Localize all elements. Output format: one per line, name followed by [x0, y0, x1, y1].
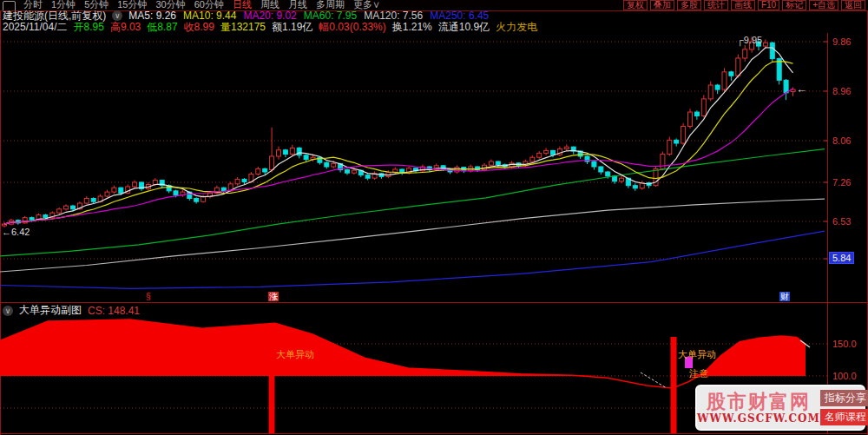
collapse-chevron-icon[interactable]: ∨	[3, 306, 13, 316]
ohlc-item: 收8.99	[184, 20, 214, 35]
sub-panel-title[interactable]: 大单异动副图	[19, 303, 82, 318]
toolbar-button-统计[interactable]: 统计	[704, 0, 728, 10]
toolbar-button-标记[interactable]: 标记	[782, 0, 806, 10]
watermark-url: WWW.GSCFW.COM	[697, 413, 820, 424]
sub-panel-header: ∨ 大单异动副图 CS: 148.41	[3, 305, 140, 316]
toolbar-button-F10[interactable]: F10	[758, 0, 779, 10]
indicator-axis-label: 150.0	[832, 339, 857, 349]
toolbar-button-复权[interactable]: 复权	[623, 0, 648, 10]
price-axis-label: 8.96	[832, 86, 851, 96]
price-axis-label: 8.06	[832, 135, 851, 146]
chart-canvas	[0, 0, 868, 435]
ohlc-item: 额1.19亿	[272, 20, 312, 35]
signal-label: 注意	[689, 367, 708, 380]
ohlc-item: 幅0.03(0.33%)	[319, 20, 385, 35]
watermark-card: 股市财富网 WWW.GSCFW.COM 指标分享名师课程	[695, 385, 865, 431]
watermark-title: 股市财富网	[697, 392, 820, 411]
event-marker[interactable]: 财	[779, 292, 790, 301]
event-marker[interactable]: 涨	[268, 292, 279, 301]
signal-label: 大单异动	[276, 348, 314, 361]
high-price-marker: ┌9.95	[737, 35, 762, 45]
current-price-arrow-icon: ←	[796, 82, 807, 96]
toolbar-button-多股[interactable]: 多股	[677, 0, 701, 10]
signal-label: 大单异动	[678, 348, 716, 361]
ohlc-item: 换1.21%	[392, 20, 432, 35]
toolbar-button-返回[interactable]: 返回	[841, 0, 865, 10]
trading-app-window: 分时1分钟5分钟15分钟30分钟60分钟日线周线月线多周期更多∨ 复权叠加多股统…	[0, 0, 868, 435]
event-marker[interactable]: §	[146, 292, 151, 301]
watermark-badges: 指标分享名师课程	[820, 390, 868, 425]
ohlc-item: 低8.87	[147, 20, 177, 35]
watermark-badge: 名师课程	[820, 409, 868, 425]
toolbar-button-画线[interactable]: 画线	[731, 0, 755, 10]
ohlc-item: 流通10.9亿	[438, 20, 490, 35]
toolbar-buttons: 复权叠加多股统计画线F10标记+自选返回	[623, 0, 865, 10]
toolbar-button-叠加[interactable]: 叠加	[650, 0, 674, 10]
ohlc-item: 开8.95	[74, 20, 104, 35]
price-axis-label: 7.26	[832, 177, 851, 188]
toolbar-button-+自选[interactable]: +自选	[809, 0, 838, 10]
watermark-badge: 指标分享	[820, 390, 868, 406]
ohlc-item: 2025/11/04/二	[3, 20, 68, 35]
indicator-axis-label: 100.0	[832, 371, 857, 381]
price-axis-label: 5.84	[829, 252, 854, 264]
ohlc-item: 高9.03	[110, 20, 141, 35]
sub-panel-value: CS: 148.41	[88, 305, 140, 317]
ohlc-item: 量132175	[220, 20, 266, 35]
price-axis-label: 9.86	[832, 36, 851, 47]
ohlc-info-row: 2025/11/04/二开8.95高9.03低8.87收8.99量132175额…	[3, 22, 537, 32]
price-axis-label: 6.53	[832, 216, 851, 227]
low-price-marker: ←6.42	[2, 227, 30, 237]
ohlc-item: 火力发电	[496, 20, 537, 35]
